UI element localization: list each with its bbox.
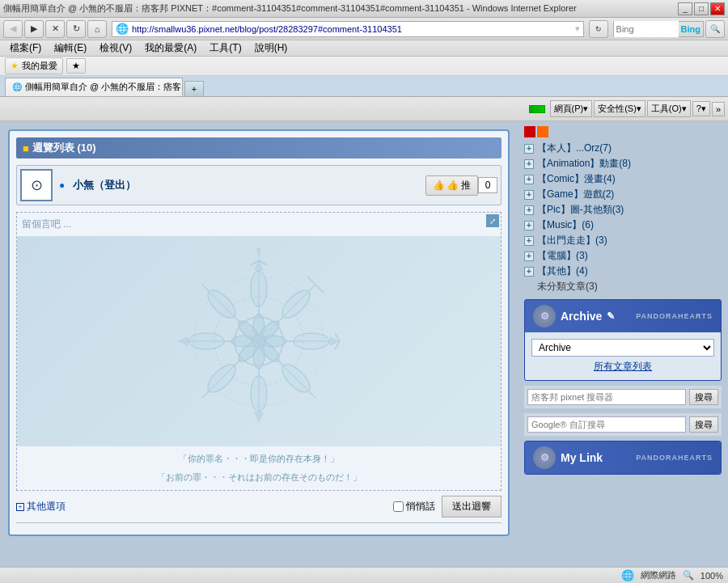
search-widget-2: 搜尋 <box>524 413 722 436</box>
svg-point-36 <box>294 333 329 349</box>
cat-label-2: 【Comic】漫畫(4) <box>537 172 616 186</box>
all-articles-link[interactable]: 所有文章列表 <box>531 360 714 374</box>
archive-widget-body: Archive 所有文章列表 <box>525 332 721 380</box>
thumb-count: 0 <box>478 177 497 193</box>
svg-marker-21 <box>178 336 188 346</box>
archive-widget-header: ⚙ Archive ✎ PANDORAHEARTS <box>525 300 721 332</box>
main-content: ■ 週覽列表 (10) ⊙ ● 小無（登出） 👍 👍 推 0 <box>0 121 728 583</box>
other-options-link[interactable]: ＋ 其他選項 <box>16 500 66 513</box>
cat-item-3[interactable]: + 【Game】遊戲(2) <box>524 187 722 202</box>
menu-edit[interactable]: 編輯(E) <box>51 41 90 55</box>
cat-plus-5: + <box>524 221 534 230</box>
fav-star-icon: ★ <box>11 61 19 71</box>
other-options-icon: ＋ <box>16 503 24 511</box>
quote-text-1: 「你的罪名・・・即是你的存在本身！」 <box>23 450 494 468</box>
tab-site-icon: 🌐 <box>12 82 22 91</box>
tab-bar: 🌐 側幅用簡單自介 @ 小無的不服眉：痞客NE... ✕ + <box>0 76 728 97</box>
archive-widget-icon: ⚙ <box>533 305 556 327</box>
cat-label-0: 【本人】...Orz(7) <box>537 142 612 155</box>
network-icon: 🌐 <box>621 569 634 581</box>
tools-button[interactable]: 工具(O)▾ <box>647 100 691 117</box>
uncategorized-label[interactable]: 未分類文章(3) <box>524 279 722 294</box>
thumb-up-button[interactable]: 👍 👍 推 <box>425 175 478 196</box>
tab-label: 側幅用簡單自介 @ 小無的不服眉：痞客NE... <box>25 81 183 93</box>
thumb-up-icon: 👍 <box>433 180 445 191</box>
maximize-button[interactable]: □ <box>694 2 709 15</box>
cat-plus-1: + <box>524 159 534 169</box>
comment-section: ■ 週覽列表 (10) ⊙ ● 小無（登出） 👍 👍 推 0 <box>8 129 510 536</box>
forward-button[interactable]: ▶ <box>24 20 44 38</box>
safety-button[interactable]: 安全性(S)▾ <box>594 100 645 117</box>
close-button[interactable]: ✕ <box>710 2 725 15</box>
address-input[interactable] <box>132 24 575 34</box>
cat-item-8[interactable]: + 【其他】(4) <box>524 264 722 279</box>
bing-search-input[interactable] <box>614 21 679 37</box>
toolbar-row: 網頁(P)▾ 安全性(S)▾ 工具(O)▾ ?▾ » <box>0 97 728 121</box>
cat-item-0[interactable]: + 【本人】...Orz(7) <box>524 141 722 156</box>
pixnet-search-button[interactable]: 搜尋 <box>689 389 718 405</box>
mylink-widget: ⚙ My Link PANDORAHEARTS <box>524 441 722 475</box>
titlebar-buttons: _ □ ✕ <box>678 2 725 15</box>
minimize-button[interactable]: _ <box>678 2 692 15</box>
svg-point-43 <box>256 339 261 344</box>
fav-star2-button[interactable]: ★ <box>66 58 86 74</box>
titlebar: 側幅用簡單自介 @ 小無的不服眉：痞客邦 PIXNET：#comment-311… <box>0 0 728 18</box>
archive-select[interactable]: Archive <box>531 339 714 357</box>
cat-label-4: 【Pic】圖-其他類(3) <box>537 203 624 217</box>
search-widget-1: 搜尋 <box>524 386 722 408</box>
stop-button[interactable]: ✕ <box>45 20 65 38</box>
search-box-nav: Bing 🔍 <box>613 20 725 38</box>
page-button[interactable]: 網頁(P)▾ <box>550 100 593 117</box>
refresh-button[interactable]: ↻ <box>66 20 86 38</box>
help-button[interactable]: ?▾ <box>692 101 710 116</box>
menu-favorites[interactable]: 我的最愛(A) <box>142 41 200 55</box>
svg-point-40 <box>188 333 224 349</box>
menu-view[interactable]: 檢視(V) <box>96 41 135 55</box>
cat-item-2[interactable]: + 【Comic】漫畫(4) <box>524 171 722 187</box>
cat-item-5[interactable]: + 【Music】(6) <box>524 218 722 233</box>
menu-file[interactable]: 檔案(F) <box>6 41 44 55</box>
svg-point-34 <box>251 271 267 306</box>
archive-pencil-icon: ✎ <box>607 311 615 322</box>
expand-button-bottom[interactable]: ⤢ <box>486 214 499 227</box>
cat-plus-7: + <box>524 251 534 261</box>
mylink-widget-header: ⚙ My Link PANDORAHEARTS <box>525 441 721 474</box>
comment-header-icon: ■ <box>23 142 29 154</box>
svg-marker-19 <box>254 412 264 422</box>
archive-widget: ⚙ Archive ✎ PANDORAHEARTS Archive 所有文章列表 <box>524 299 722 381</box>
cat-item-7[interactable]: + 【電腦】(3) <box>524 248 722 264</box>
comment-header: ■ 週覽列表 (10) <box>16 137 502 158</box>
cat-label-3: 【Game】遊戲(2) <box>537 188 614 201</box>
bing-search-button[interactable]: 🔍 <box>705 20 725 38</box>
new-tab-button[interactable]: + <box>184 81 204 96</box>
refresh-go-button[interactable]: ↻ <box>589 20 608 38</box>
cat-item-1[interactable]: + 【Animation】動畫(8) <box>524 156 722 171</box>
cat-item-6[interactable]: + 【出門走走】(3) <box>524 233 722 248</box>
cat-plus-0: + <box>524 144 534 154</box>
comment-footer: ＋ 其他選項 悄悄話 送出迴響 <box>16 491 502 518</box>
address-bar[interactable]: 🌐 ▾ <box>112 21 584 37</box>
menu-tools[interactable]: 工具(T) <box>206 41 244 55</box>
active-tab[interactable]: 🌐 側幅用簡單自介 @ 小無的不服眉：痞客NE... ✕ <box>5 78 183 96</box>
svg-marker-9 <box>256 248 261 260</box>
home-button[interactable]: ⌂ <box>87 20 107 38</box>
status-bar: 🌐 網際網路 🔍 100% <box>0 567 728 583</box>
back-button[interactable]: ◀ <box>3 20 23 38</box>
cat-plus-3: + <box>524 190 534 200</box>
google-search-button[interactable]: 搜尋 <box>689 416 718 433</box>
google-search-input[interactable] <box>527 416 686 433</box>
comment-header-title: 週覽列表 (10) <box>32 141 96 155</box>
secret-checkbox-wrap: 悄悄話 <box>393 500 435 513</box>
favorites-button[interactable]: ★ 我的最愛 <box>5 57 63 74</box>
pixnet-search-input[interactable] <box>527 389 686 405</box>
cat-icon-orange <box>537 126 548 137</box>
bing-logo: Bing <box>679 24 703 34</box>
menu-help[interactable]: 說明(H) <box>252 41 291 55</box>
navigation-bar: ◀ ▶ ✕ ↻ ⌂ 🌐 ▾ ↻ Bing 🔍 <box>0 18 728 40</box>
more-button[interactable]: » <box>712 102 725 116</box>
secret-checkbox[interactable] <box>393 501 404 512</box>
cat-item-4[interactable]: + 【Pic】圖-其他類(3) <box>524 202 722 218</box>
submit-area: 悄悄話 送出迴響 <box>393 496 502 518</box>
center-area: ■ 週覽列表 (10) ⊙ ● 小無（登出） 👍 👍 推 0 <box>0 121 518 583</box>
submit-button[interactable]: 送出迴響 <box>442 496 502 518</box>
